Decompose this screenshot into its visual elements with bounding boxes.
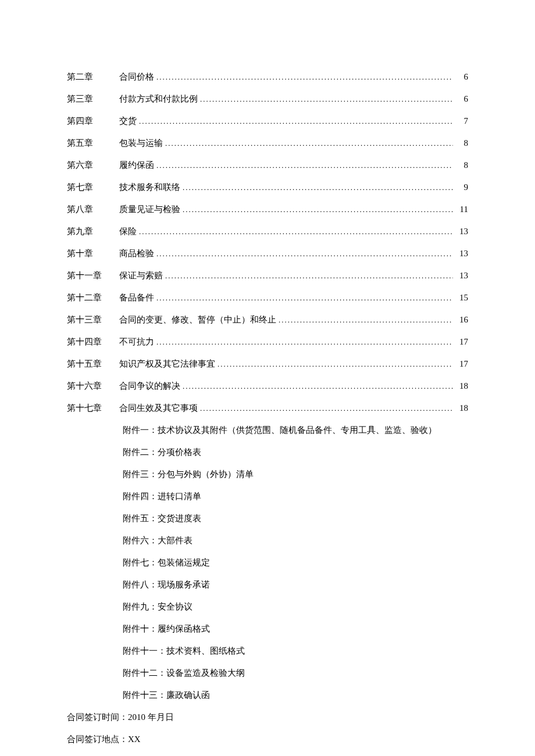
toc-chapter: 第十一章	[67, 268, 119, 282]
toc-chapter: 第六章	[67, 158, 119, 172]
toc-entry: 第九章 保险 13	[67, 224, 468, 238]
appendix-item: 附件十一：技术资料、图纸格式	[67, 644, 468, 658]
toc-entry: 第七章 技术服务和联络 9	[67, 180, 468, 194]
toc-entry: 第十七章 合同生效及其它事项 18	[67, 401, 468, 415]
toc-chapter: 第二章	[67, 70, 119, 84]
toc-leader-dots	[183, 379, 453, 393]
appendix-item: 附件六：大部件表	[67, 533, 468, 547]
toc-page: 13	[455, 224, 468, 238]
toc-leader-dots	[200, 92, 453, 106]
toc-page: 17	[455, 335, 468, 349]
toc-title: 保险	[119, 224, 137, 238]
toc-entry: 第二章 合同价格 6	[67, 70, 468, 84]
toc-leader-dots	[156, 291, 453, 304]
toc-page: 18	[455, 379, 468, 393]
toc-page: 9	[455, 180, 468, 194]
toc-chapter: 第三章	[67, 92, 119, 106]
toc-title: 备品备件	[119, 291, 154, 304]
toc-list: 第二章 合同价格 6 第三章 付款方式和付款比例 6 第四章 交货 7 第五章 …	[67, 70, 468, 415]
toc-page: 7	[455, 114, 468, 128]
toc-title: 质量见证与检验	[119, 202, 180, 216]
toc-leader-dots	[217, 357, 453, 371]
toc-leader-dots	[156, 158, 453, 172]
toc-title: 保证与索赔	[119, 268, 163, 282]
toc-leader-dots	[156, 335, 453, 349]
toc-leader-dots	[139, 224, 453, 238]
toc-leader-dots	[165, 268, 453, 282]
toc-title: 合同的变更、修改、暂停（中止）和终止	[119, 313, 276, 327]
toc-page: 8	[455, 158, 468, 172]
toc-leader-dots	[183, 180, 453, 194]
toc-title: 技术服务和联络	[119, 180, 180, 194]
appendix-item: 附件二：分项价格表	[67, 445, 468, 459]
contract-body: 合同签订时间：2010 年月日 合同签订地点：XX 合同双方：XX 设备进出口总…	[67, 710, 468, 756]
toc-title: 不可抗力	[119, 335, 154, 349]
toc-title: 合同生效及其它事项	[119, 401, 198, 415]
toc-chapter: 第十章	[67, 246, 119, 260]
toc-page: 16	[455, 313, 468, 327]
toc-leader-dots	[156, 70, 453, 84]
toc-page: 6	[455, 92, 468, 106]
toc-title: 付款方式和付款比例	[119, 92, 198, 106]
toc-entry: 第八章 质量见证与检验 11	[67, 202, 468, 216]
appendix-item: 附件十：履约保函格式	[67, 622, 468, 636]
toc-page: 13	[455, 246, 468, 260]
sign-place-line: 合同签订地点：XX	[67, 732, 468, 746]
toc-leader-dots	[165, 136, 453, 150]
toc-title: 合同争议的解决	[119, 379, 180, 393]
toc-page: 11	[455, 202, 468, 216]
appendix-item: 附件五：交货进度表	[67, 511, 468, 525]
toc-chapter: 第五章	[67, 136, 119, 150]
toc-page: 13	[455, 268, 468, 282]
toc-entry: 第十三章 合同的变更、修改、暂停（中止）和终止 16	[67, 313, 468, 327]
toc-page: 15	[455, 291, 468, 304]
toc-chapter: 第九章	[67, 224, 119, 238]
toc-entry: 第十二章 备品备件 15	[67, 291, 468, 304]
toc-page: 6	[455, 70, 468, 84]
toc-title: 包装与运输	[119, 136, 163, 150]
toc-chapter: 第十二章	[67, 291, 119, 304]
appendix-list: 附件一：技术协议及其附件（供货范围、随机备品备件、专用工具、监造、验收） 附件二…	[67, 423, 468, 702]
appendix-item: 附件三：分包与外购（外协）清单	[67, 467, 468, 481]
appendix-item: 附件七：包装储运规定	[67, 556, 468, 569]
toc-title: 知识产权及其它法律事宜	[119, 357, 215, 371]
appendix-item: 附件十二：设备监造及检验大纲	[67, 666, 468, 680]
toc-leader-dots	[200, 401, 453, 415]
toc-entry: 第十五章 知识产权及其它法律事宜 17	[67, 357, 468, 371]
toc-title: 合同价格	[119, 70, 154, 84]
appendix-item: 附件九：安全协议	[67, 600, 468, 614]
toc-entry: 第十六章 合同争议的解决 18	[67, 379, 468, 393]
toc-entry: 第十四章 不可抗力 17	[67, 335, 468, 349]
toc-title: 交货	[119, 114, 137, 128]
toc-leader-dots	[139, 114, 453, 128]
toc-entry: 第六章 履约保函 8	[67, 158, 468, 172]
toc-title: 商品检验	[119, 246, 154, 260]
toc-chapter: 第四章	[67, 114, 119, 128]
toc-leader-dots	[279, 313, 453, 327]
toc-chapter: 第八章	[67, 202, 119, 216]
toc-page: 18	[455, 401, 468, 415]
toc-chapter: 第十三章	[67, 313, 119, 327]
toc-page: 8	[455, 136, 468, 150]
toc-entry: 第五章 包装与运输 8	[67, 136, 468, 150]
toc-entry: 第十一章 保证与索赔 13	[67, 268, 468, 282]
toc-chapter: 第七章	[67, 180, 119, 194]
appendix-item: 附件四：进转口清单	[67, 489, 468, 503]
toc-chapter: 第十五章	[67, 357, 119, 371]
toc-page: 17	[455, 357, 468, 371]
toc-entry: 第三章 付款方式和付款比例 6	[67, 92, 468, 106]
appendix-item: 附件一：技术协议及其附件（供货范围、随机备品备件、专用工具、监造、验收）	[67, 423, 468, 437]
sign-date-line: 合同签订时间：2010 年月日	[67, 710, 468, 724]
toc-chapter: 第十四章	[67, 335, 119, 349]
toc-leader-dots	[183, 202, 453, 216]
toc-chapter: 第十六章	[67, 379, 119, 393]
appendix-item: 附件十三：廉政确认函	[67, 688, 468, 702]
toc-entry: 第四章 交货 7	[67, 114, 468, 128]
toc-leader-dots	[156, 246, 453, 260]
appendix-item: 附件八：现场服务承诺	[67, 578, 468, 592]
toc-entry: 第十章 商品检验 13	[67, 246, 468, 260]
toc-chapter: 第十七章	[67, 401, 119, 415]
toc-title: 履约保函	[119, 158, 154, 172]
